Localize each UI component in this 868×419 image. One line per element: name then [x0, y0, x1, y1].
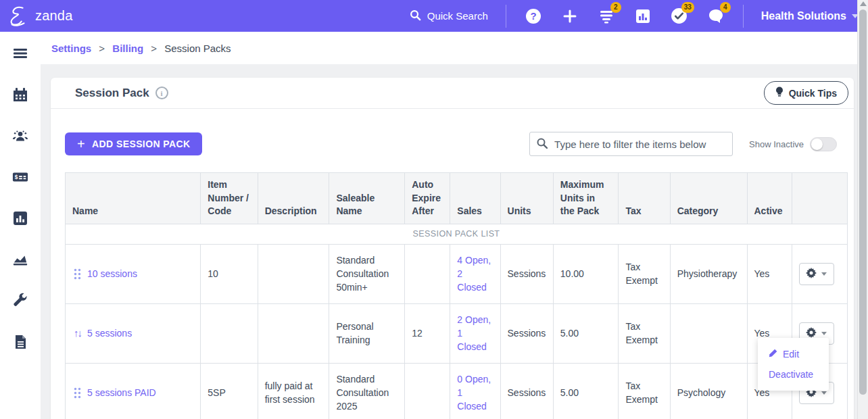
breadcrumb-settings-link[interactable]: Settings: [51, 43, 91, 54]
session-pack-name-link[interactable]: 5 sessions: [87, 326, 132, 340]
quick-search-button[interactable]: Quick Search: [410, 9, 488, 23]
sales-link[interactable]: 0 Open, 1 Closed: [457, 374, 491, 412]
menu-icon[interactable]: [12, 45, 28, 61]
documents-icon[interactable]: [12, 334, 28, 350]
units-cell: Sessions: [500, 244, 553, 303]
sales-link[interactable]: 4 Open, 2 Closed: [457, 255, 491, 293]
svg-text:$: $: [15, 174, 18, 180]
zanda-logo-icon: [7, 5, 30, 28]
table-title: SESSION PACK LIST: [66, 224, 848, 244]
account-menu[interactable]: Health Solutions: [761, 10, 859, 22]
zanda-logo[interactable]: zanda: [7, 5, 73, 28]
column-header: Tax: [619, 173, 670, 224]
sales-link[interactable]: 2 Open, 1 Closed: [457, 314, 491, 353]
saleable-name-cell: Standard Consultation 2025: [329, 363, 405, 419]
tax-cell: Tax Exempt: [619, 363, 670, 419]
session-pack-name-link[interactable]: 10 sessions: [87, 267, 137, 280]
gear-icon: [806, 268, 817, 280]
breadcrumb-separator: >: [151, 43, 157, 54]
column-header: Item Number / Code: [201, 173, 258, 224]
account-label: Health Solutions: [761, 10, 846, 22]
add-session-pack-button[interactable]: + ADD SESSION PACK: [65, 132, 202, 155]
info-icon[interactable]: i: [155, 87, 168, 99]
column-header: [792, 173, 847, 224]
saleable-name-cell: Personal Training: [329, 303, 405, 363]
menu-item-deactivate[interactable]: Deactivate: [758, 364, 829, 385]
breadcrumb-separator: >: [99, 43, 105, 54]
item-code-cell: 10: [201, 244, 258, 303]
column-header: Sales: [450, 173, 500, 224]
breadcrumb-billing-link[interactable]: Billing: [112, 43, 143, 54]
max-units-cell: 5.00: [553, 363, 619, 419]
auto-expire-cell: 12: [405, 303, 450, 363]
drag-handle-icon[interactable]: [74, 387, 81, 399]
tax-cell: Tax Exempt: [619, 244, 670, 303]
svg-text:?: ?: [530, 10, 536, 22]
units-cell: Sessions: [500, 303, 553, 363]
category-cell: [670, 303, 747, 363]
column-header: Name: [66, 173, 201, 224]
description-cell: [258, 303, 329, 363]
filter-input[interactable]: [529, 132, 733, 156]
navbar-divider: [743, 5, 744, 28]
table-row: 5 sessions PAID 5SP fully paid at first …: [66, 363, 848, 419]
analytics-icon[interactable]: [12, 251, 28, 268]
logo-text: zanda: [35, 8, 73, 24]
messages-icon[interactable]: 4: [706, 7, 725, 26]
description-cell: fully paid at first session: [258, 363, 329, 419]
top-navbar: zanda Quick Search ? 2 33 4: [0, 0, 868, 32]
menu-item-edit[interactable]: Edit: [758, 344, 829, 364]
session-pack-card: Session Pack i Quick Tips + ADD SESSION …: [51, 78, 854, 419]
description-cell: [258, 244, 329, 303]
sort-arrows-icon[interactable]: ↑↓: [74, 326, 81, 341]
breadcrumb: Settings > Billing > Session Packs: [41, 32, 868, 64]
search-icon: [536, 137, 548, 152]
scrollbar-thumb[interactable]: [859, 9, 867, 395]
tax-cell: Tax Exempt: [619, 303, 670, 363]
column-header: Saleable Name: [329, 173, 405, 224]
table-row: 10 sessions 10 Standard Consultation 50m…: [66, 244, 848, 303]
row-actions-button[interactable]: [799, 263, 834, 285]
tasks-icon[interactable]: 2: [597, 7, 616, 26]
sales-cell: 4 Open, 2 Closed: [450, 244, 500, 303]
column-header: Category: [670, 173, 747, 224]
session-pack-name-link[interactable]: 5 sessions PAID: [87, 386, 156, 399]
show-inactive-toggle[interactable]: [810, 137, 837, 151]
category-cell: Physiotherapy: [670, 244, 747, 303]
navbar-divider: [506, 5, 506, 28]
column-header: Maximum Units in the Pack: [553, 173, 619, 224]
show-inactive-label: Show Inactive: [749, 139, 804, 149]
reports-icon[interactable]: [633, 7, 652, 26]
quick-tips-button[interactable]: Quick Tips: [764, 81, 848, 105]
max-units-cell: 5.00: [553, 303, 619, 363]
invoices-icon[interactable]: $: [12, 169, 28, 185]
auto-expire-cell: [405, 244, 450, 303]
clients-icon[interactable]: [12, 128, 28, 144]
saleable-name-cell: Standard Consultation 50min+: [329, 244, 405, 303]
max-units-cell: 10.00: [553, 244, 619, 303]
auto-expire-cell: [405, 363, 450, 419]
vertical-scrollbar[interactable]: [857, 0, 868, 419]
caret-down-icon: [821, 391, 827, 395]
caret-down-icon: [821, 332, 827, 335]
category-cell: Psychology: [670, 363, 747, 419]
table-header-row: NameItem Number / CodeDescriptionSaleabl…: [66, 173, 848, 224]
page-title: Session Pack i: [75, 87, 168, 100]
sales-cell: 0 Open, 1 Closed: [450, 363, 500, 419]
tools-icon[interactable]: [12, 293, 28, 309]
reports-icon[interactable]: [12, 210, 28, 226]
approvals-icon[interactable]: 33: [670, 7, 689, 26]
add-icon[interactable]: [560, 7, 579, 26]
sales-cell: 2 Open, 1 Closed: [450, 303, 500, 363]
scroll-up-icon[interactable]: [860, 1, 867, 6]
item-code-cell: 5SP: [201, 363, 258, 419]
calendar-icon[interactable]: [12, 87, 28, 103]
column-header: Description: [258, 173, 329, 224]
table-row: ↑↓ 5 sessions Personal Training 12 2 Ope…: [66, 303, 848, 363]
breadcrumb-current: Session Packs: [164, 43, 231, 54]
quick-search-label: Quick Search: [427, 10, 488, 22]
help-icon[interactable]: ?: [524, 7, 543, 26]
messages-badge: 4: [720, 2, 731, 13]
session-pack-table: SESSION PACK LIST NameItem Number / Code…: [65, 172, 848, 419]
drag-handle-icon[interactable]: [74, 268, 81, 280]
